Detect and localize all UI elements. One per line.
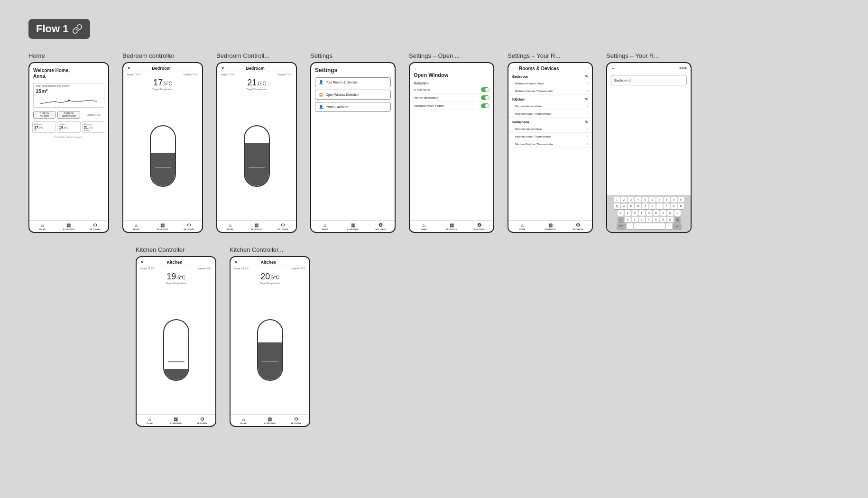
key-7[interactable]: 7 — [656, 197, 663, 203]
nav-home-b1[interactable]: ⌂ HOME — [123, 222, 149, 231]
rd-row-bedroom-valve[interactable]: Bedroom Heater Valve › — [508, 80, 592, 87]
nav-settings-k2[interactable]: ⚙ SETTINGS — [283, 416, 309, 424]
key-8[interactable]: 8 — [664, 197, 670, 203]
key-p[interactable]: P — [678, 203, 684, 209]
edit-kitchen[interactable]: ✎ — [585, 97, 588, 101]
key-h[interactable]: H — [653, 210, 659, 216]
nav-home-s[interactable]: ⌂ HOME — [311, 222, 339, 231]
nav-schedule-k1[interactable]: ▦ SCHEDULE — [163, 416, 189, 424]
menu-rooms-devices[interactable]: 👤 Your Rooms & Devices — [315, 77, 391, 87]
flow-badge[interactable]: Flow 1 — [28, 19, 90, 39]
key-u[interactable]: U — [656, 203, 663, 209]
key-6[interactable]: 6 — [649, 197, 656, 203]
key-a[interactable]: A — [618, 210, 624, 216]
key-period[interactable]: . — [666, 223, 672, 229]
chart-value: 15m² — [34, 88, 104, 94]
key-1[interactable]: 1 — [614, 197, 620, 203]
rd-row-kitchen-thermo[interactable]: Kitchen Indoor Thermometer › — [508, 110, 592, 118]
nav-home-k1[interactable]: ⌂ HOME — [137, 416, 163, 424]
nav-settings-s[interactable]: ⚙ SETTINGS — [367, 222, 395, 231]
key-123[interactable]: 123 — [617, 223, 626, 229]
key-l[interactable]: L — [674, 210, 681, 216]
key-c[interactable]: C — [639, 217, 645, 222]
rd-row-bedroom-thermo[interactable]: Bedroom Indoor Thermometer › — [508, 87, 592, 95]
key-n[interactable]: N — [660, 217, 666, 222]
key-2[interactable]: 2 — [621, 197, 627, 203]
nav-settings-rd[interactable]: ⚙ SETTINGS — [564, 222, 592, 231]
key-return[interactable]: ↵ — [673, 223, 682, 229]
nav-settings-k1[interactable]: ⚙ SETTINGS — [189, 416, 215, 424]
key-i[interactable]: I — [664, 203, 670, 209]
nav-settings-ow[interactable]: ⚙ SETTINGS — [465, 222, 493, 231]
key-s[interactable]: S — [625, 210, 631, 216]
kb-back-btn[interactable]: ← — [611, 65, 616, 71]
key-j[interactable]: J — [660, 210, 666, 216]
nav-schedule[interactable]: ▦ SCHEDULE — [55, 222, 82, 231]
rd-row-bathroom-thermo[interactable]: Kitchen Indoor Thermometer › — [508, 133, 592, 140]
nav-schedule-k2[interactable]: ▦ SCHEDULE — [257, 416, 283, 424]
key-0[interactable]: 0 — [678, 197, 684, 203]
nav-home[interactable]: ⌂ HOME — [29, 222, 55, 231]
nav-home-b2[interactable]: ⌂ HOME — [217, 222, 243, 231]
nav-schedule-ow[interactable]: ▦ SCHEDULE — [438, 222, 466, 231]
edit-bathroom[interactable]: ✎ — [585, 120, 588, 124]
key-9[interactable]: 9 — [671, 197, 677, 203]
kb-save-btn[interactable]: SAVE — [679, 67, 687, 70]
nav-home-k2[interactable]: ⌂ HOME — [231, 416, 257, 424]
connected-text: Connected to Anna at the prof... — [29, 134, 108, 140]
kb-input-field[interactable]: Bedroom — [611, 75, 687, 85]
key-o[interactable]: O — [671, 203, 677, 209]
key-w[interactable]: W — [621, 203, 627, 209]
key-x[interactable]: X — [632, 217, 638, 222]
key-k[interactable]: K — [667, 210, 674, 216]
nav-settings-b2[interactable]: ⚙ SETTINGS — [270, 222, 296, 231]
key-b[interactable]: B — [653, 217, 659, 222]
nav-settings[interactable]: ⚙ SETTINGS — [82, 222, 108, 231]
key-g[interactable]: G — [646, 210, 652, 216]
turn-on-vacation-btn[interactable]: TURN ONVacation Mode — [57, 111, 80, 119]
key-d[interactable]: D — [632, 210, 638, 216]
key-4[interactable]: 4 — [635, 197, 641, 203]
nav-home-rd[interactable]: ⌂ HOME — [508, 222, 536, 231]
key-y[interactable]: Y — [649, 203, 656, 209]
close-btn-b1[interactable]: ✕ — [127, 66, 131, 71]
nav-schedule-b1[interactable]: ▦ SCHEDULE — [149, 222, 175, 231]
rd-row-bathroom-outdoor[interactable]: Kitchen Outdoor Thermometer › — [508, 140, 592, 148]
back-btn-rd[interactable]: ← — [512, 66, 517, 71]
key-r[interactable]: R — [635, 203, 641, 209]
rd-row-bathroom-valve[interactable]: Kitchen Heater Valve › — [508, 125, 592, 133]
key-5[interactable]: 5 — [642, 197, 648, 203]
back-btn-ow[interactable]: ← — [414, 66, 489, 71]
key-v[interactable]: V — [646, 217, 652, 222]
key-space[interactable] — [634, 223, 665, 229]
nav-settings-b1[interactable]: ⚙ SETTINGS — [176, 222, 202, 231]
temp-info-b2: Inside 17.0°C Outside 7.0°C — [217, 72, 296, 77]
toggle-phone[interactable] — [481, 95, 489, 100]
rd-row-kitchen-valve[interactable]: Kitchen Heater Valve › — [508, 102, 592, 110]
key-f[interactable]: F — [639, 210, 645, 216]
radiator-b2 — [217, 92, 296, 220]
key-comma[interactable]: , — [627, 223, 633, 229]
close-btn-k1[interactable]: ✕ — [140, 260, 144, 265]
key-q[interactable]: Q — [614, 203, 620, 209]
key-3[interactable]: 3 — [628, 197, 634, 203]
edit-bedroom[interactable]: ✎ — [585, 74, 588, 79]
close-btn-b2[interactable]: ✕ — [221, 66, 225, 71]
close-btn-k2[interactable]: ✕ — [234, 260, 238, 265]
key-z[interactable]: Z — [625, 217, 631, 222]
nav-schedule-b2[interactable]: ▦ SCHEDULE — [243, 222, 269, 231]
nav-home-ow[interactable]: ⌂ HOME — [410, 222, 438, 231]
nav-schedule-s[interactable]: ▦ SCHEDULE — [339, 222, 367, 231]
menu-open-window[interactable]: 🏠 Open Window Detection — [315, 90, 391, 100]
toggle-valve[interactable] — [481, 103, 489, 108]
key-m[interactable]: M — [667, 217, 674, 222]
key-t[interactable]: T — [642, 203, 648, 209]
toggle-alerts[interactable] — [481, 87, 489, 92]
key-backspace[interactable]: ⌫ — [674, 217, 681, 222]
screen-frame-home: Welcome Home,Anna. Your consumption this… — [28, 62, 109, 233]
turn-on-ac-btn[interactable]: TURN ONAC mode — [33, 111, 55, 119]
menu-profile[interactable]: 👤 Profile / Account — [315, 102, 391, 112]
key-shift[interactable]: ⇧ — [618, 217, 624, 222]
key-e[interactable]: E — [628, 203, 634, 209]
nav-schedule-rd[interactable]: ▦ SCHEDULE — [536, 222, 564, 231]
